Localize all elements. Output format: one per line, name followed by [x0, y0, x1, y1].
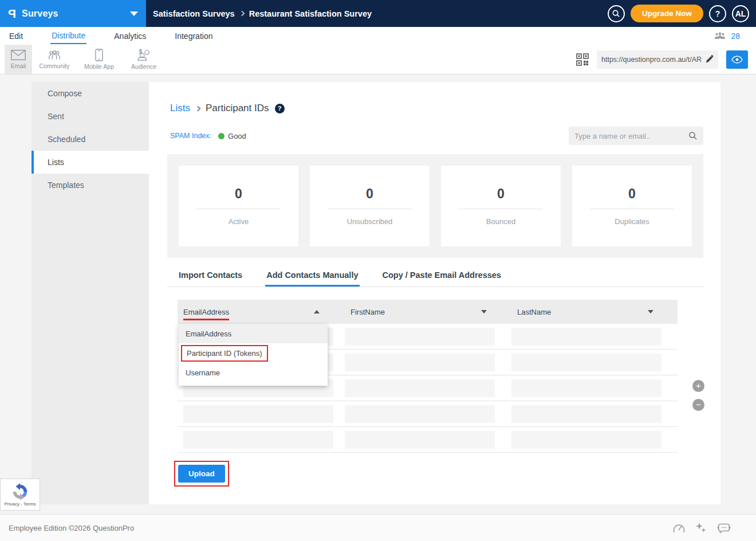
tab-copy-paste-emails[interactable]: Copy / Paste Email Addresses — [381, 265, 502, 287]
distribute-toolbar: Email Community Mobile App $ Audience ht… — [0, 45, 756, 75]
sidebar-item-scheduled[interactable]: Scheduled — [32, 128, 149, 151]
lastname-input[interactable] — [511, 405, 662, 423]
qr-code-icon[interactable] — [576, 53, 589, 66]
lastname-input[interactable] — [511, 379, 662, 397]
breadcrumb-lists-link[interactable]: Lists — [170, 103, 190, 114]
recaptcha-privacy-terms[interactable]: Privacy - Terms — [5, 501, 36, 507]
channel-community[interactable]: Community — [32, 45, 77, 74]
firstname-input[interactable] — [345, 379, 495, 397]
stat-card-active: 0 Active — [179, 166, 298, 246]
sidebar-item-templates[interactable]: Templates — [32, 174, 149, 197]
chevron-down-icon — [648, 310, 653, 313]
channel-email[interactable]: Email — [5, 45, 32, 74]
page-breadcrumb: Lists Participant IDs ? — [170, 103, 720, 114]
contact-stats: 0 Active 0 Unsubscribed 0 Bounced 0 Dupl… — [167, 154, 703, 258]
channel-mobile-app[interactable]: Mobile App — [77, 45, 121, 74]
page-help-icon[interactable]: ? — [275, 104, 285, 113]
dropdown-option-participant-id[interactable]: Participant ID (Tokens) — [179, 343, 328, 363]
breadcrumb-parent[interactable]: Satisfaction Surveys — [153, 9, 235, 18]
eye-icon — [731, 56, 743, 64]
annotation-red-box[interactable]: Participant ID (Tokens) — [181, 345, 268, 362]
survey-url[interactable]: https://questionpro.com.au/t/ARr6k — [601, 56, 702, 64]
top-bar: P Surveys Satisfaction Surveys Restauran… — [0, 0, 756, 27]
email-icon — [11, 49, 26, 61]
page-title: Participant IDs — [206, 103, 269, 114]
chevron-right-icon — [195, 105, 201, 111]
lastname-input[interactable] — [511, 431, 662, 449]
chevron-up-icon — [314, 310, 320, 313]
dropdown-option-emailaddress[interactable]: EmailAddress — [179, 324, 328, 343]
chevron-down-icon — [130, 11, 138, 16]
search-icon — [612, 9, 620, 18]
tab-add-contacts-manually[interactable]: Add Contacts Manually — [265, 265, 359, 287]
column-select-email[interactable]: EmailAddress — [178, 300, 328, 324]
lastname-input[interactable] — [511, 328, 662, 346]
search-button[interactable] — [608, 5, 625, 22]
ai-sparkles-icon[interactable] — [695, 522, 707, 534]
questionpro-logo-icon: P — [8, 7, 16, 21]
spam-status-value: Good — [228, 132, 246, 140]
respondents-count[interactable]: 28 — [731, 32, 740, 41]
sidebar-item-lists[interactable]: Lists — [32, 151, 149, 174]
footer: Employee Edition ©2026 QuestionPro — [0, 514, 756, 541]
contact-search[interactable] — [569, 127, 703, 145]
main-panel: Lists Participant IDs ? SPAM Index: Good… — [149, 82, 720, 504]
spam-status-dot — [218, 133, 225, 139]
survey-url-field[interactable]: https://questionpro.com.au/t/ARr6k — [597, 50, 718, 69]
tab-analytics[interactable]: Analytics — [113, 29, 147, 44]
contact-row — [178, 427, 678, 453]
preview-button[interactable] — [726, 50, 748, 69]
contact-row — [178, 401, 678, 427]
email-input[interactable] — [183, 431, 333, 449]
help-button[interactable]: ? — [709, 5, 726, 22]
audience-icon: $ — [136, 49, 151, 61]
firstname-input[interactable] — [345, 328, 495, 346]
recaptcha-logo-icon — [11, 483, 29, 500]
avatar[interactable]: AL — [732, 5, 749, 22]
edit-pencil-icon[interactable] — [705, 55, 714, 64]
annotation-underline — [183, 319, 229, 320]
module-nav: Edit Distribute Analytics Integration 28 — [0, 27, 756, 45]
remove-row-button[interactable]: − — [692, 399, 704, 411]
mobile-app-icon — [95, 49, 103, 61]
search-icon[interactable] — [688, 131, 698, 140]
chevron-right-icon — [239, 11, 245, 17]
firstname-input[interactable] — [345, 431, 495, 449]
tab-integration[interactable]: Integration — [174, 29, 214, 44]
tab-import-contacts[interactable]: Import Contacts — [178, 265, 243, 287]
recaptcha-badge[interactable]: Privacy - Terms — [0, 479, 40, 511]
contact-search-input[interactable] — [574, 132, 688, 140]
breadcrumb-current: Restaurant Satisfaction Survey — [249, 9, 372, 18]
add-row-button[interactable]: + — [692, 380, 704, 392]
edition-label: Employee Edition ©2026 QuestionPro — [9, 524, 134, 532]
lastname-input[interactable] — [511, 354, 662, 371]
sidebar-item-sent[interactable]: Sent — [32, 105, 149, 128]
support-chat-icon[interactable] — [717, 522, 731, 534]
breadcrumb: Satisfaction Surveys Restaurant Satisfac… — [146, 9, 608, 18]
column-select-firstname[interactable]: FirstName — [345, 300, 495, 324]
upgrade-now-button[interactable]: Upgrade Now — [631, 5, 703, 22]
channel-audience[interactable]: $ Audience — [121, 45, 166, 74]
upload-button[interactable]: Upload — [178, 465, 225, 483]
column-options-dropdown: EmailAddress Participant ID (Tokens) Use… — [179, 324, 328, 386]
firstname-input[interactable] — [345, 405, 495, 423]
annotation-red-box: Upload — [174, 461, 229, 487]
speed-gauge-icon[interactable] — [673, 523, 685, 533]
respondents-group-icon — [714, 32, 726, 40]
tab-edit[interactable]: Edit — [8, 29, 24, 44]
tab-distribute[interactable]: Distribute — [50, 28, 86, 44]
sidebar-item-compose[interactable]: Compose — [32, 82, 149, 105]
dropdown-option-username[interactable]: Username — [179, 363, 328, 382]
community-icon — [47, 49, 62, 61]
firstname-input[interactable] — [345, 354, 495, 371]
stat-card-duplicates: 0 Duplicates — [572, 166, 692, 246]
contacts-tabs: Import Contacts Add Contacts Manually Co… — [167, 265, 703, 287]
stat-card-bounced: 0 Bounced — [441, 166, 561, 246]
contacts-table: EmailAddress FirstName LastName EmailAdd… — [178, 300, 678, 453]
column-select-lastname[interactable]: LastName — [511, 300, 662, 324]
product-switcher[interactable]: P Surveys — [0, 0, 146, 27]
chevron-down-icon — [481, 310, 487, 313]
email-sidebar: Compose Sent Scheduled Lists Templates — [32, 82, 149, 504]
product-name: Surveys — [22, 9, 58, 19]
email-input[interactable] — [183, 405, 333, 423]
